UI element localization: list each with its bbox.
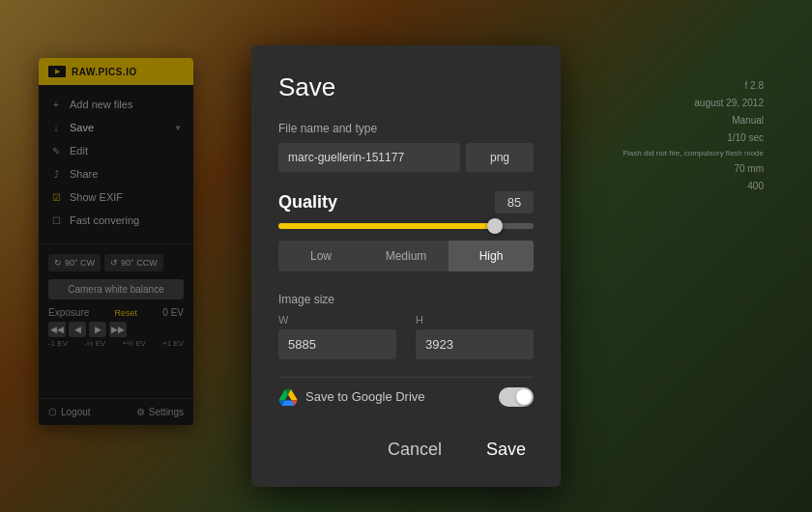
- quality-high-button[interactable]: High: [449, 241, 534, 271]
- slider-thumb: [487, 218, 503, 234]
- size-inputs-row: W H: [278, 314, 534, 359]
- gdrive-icon: [278, 389, 298, 405]
- file-name-input[interactable]: [278, 143, 460, 172]
- quality-label: Quality: [278, 192, 337, 213]
- width-field: W: [278, 314, 396, 359]
- modal-footer: Cancel Save: [278, 436, 534, 464]
- file-name-row: png jpg webp: [278, 143, 534, 172]
- quality-header: Quality 85: [278, 191, 534, 213]
- height-field: H: [416, 314, 534, 359]
- quality-medium-button[interactable]: Medium: [363, 241, 449, 271]
- quality-slider-container: [278, 223, 534, 229]
- quality-preset-buttons: Low Medium High: [278, 241, 534, 271]
- image-size-label: Image size: [278, 293, 534, 306]
- file-type-select[interactable]: png jpg webp: [466, 143, 534, 172]
- quality-value: 85: [495, 191, 534, 213]
- gdrive-row: Save to Google Drive: [278, 377, 534, 416]
- save-button[interactable]: Save: [478, 436, 534, 464]
- height-label: H: [416, 314, 534, 326]
- height-input[interactable]: [416, 329, 534, 359]
- save-dialog: Save File name and type png jpg webp Qua…: [251, 45, 561, 487]
- file-name-label: File name and type: [278, 122, 534, 135]
- image-size-section: Image size W H: [278, 293, 534, 359]
- cancel-button[interactable]: Cancel: [380, 436, 450, 464]
- width-label: W: [278, 314, 396, 326]
- width-input[interactable]: [278, 329, 396, 359]
- modal-title: Save: [278, 72, 534, 102]
- quality-low-button[interactable]: Low: [278, 241, 363, 271]
- quality-slider[interactable]: [278, 223, 534, 229]
- gdrive-toggle[interactable]: [499, 387, 534, 407]
- modal-overlay: Save File name and type png jpg webp Qua…: [0, 0, 812, 512]
- gdrive-label: Save to Google Drive: [305, 389, 499, 404]
